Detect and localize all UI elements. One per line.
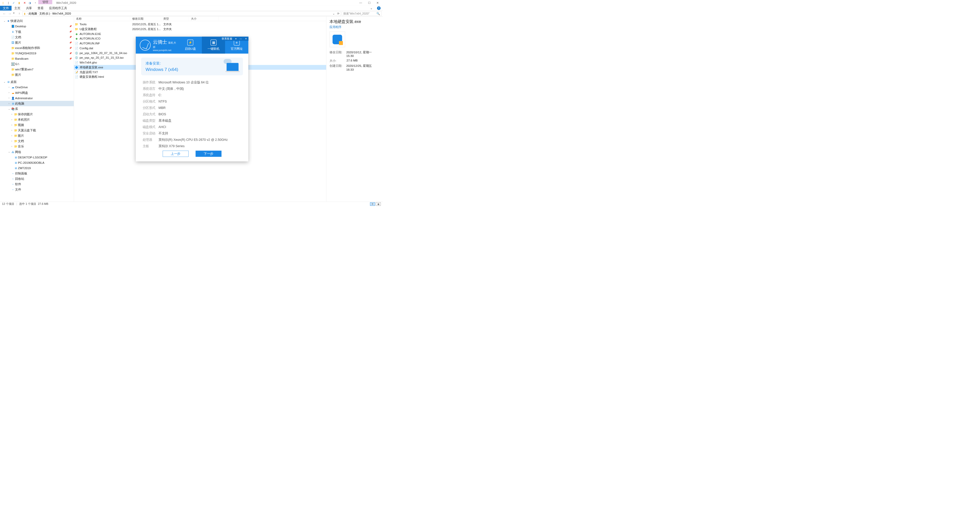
sidebar-item[interactable]: 📁 Bandicam 📌 <box>0 56 74 62</box>
ribbon-tab-file[interactable]: 文件 <box>0 6 11 11</box>
search-input[interactable]: 搜索"Win7x64_2020" 🔍 <box>342 11 382 16</box>
next-button[interactable]: 下一步 <box>196 151 221 157</box>
sidebar-item[interactable]: 📁 win7重装win7 <box>0 67 74 72</box>
ribbon-expand-icon[interactable]: ⌄ <box>368 6 375 11</box>
breadcrumb-segment[interactable]: Win7x64_2020 <box>52 12 71 15</box>
tree-icon: 👤 <box>11 97 15 100</box>
delete-icon[interactable]: ✕ <box>23 1 26 5</box>
col-name[interactable]: 名称 <box>74 17 130 21</box>
chevron-right-icon[interactable]: › <box>7 97 11 100</box>
sidebar-item[interactable]: › 📁 图片 <box>0 133 74 138</box>
chevron-down-icon[interactable]: ⌄ <box>7 108 11 110</box>
chevron-down-icon[interactable]: ⌄ <box>3 20 6 22</box>
sidebar-item[interactable]: › 📁 本机照片 <box>0 117 74 122</box>
col-type[interactable]: 类型 <box>161 17 189 21</box>
chevron-right-icon[interactable]: › <box>10 145 14 148</box>
sidebar-item[interactable]: ⌄ 📚 库 <box>0 106 74 111</box>
help-button[interactable]: ? <box>375 6 383 11</box>
context-tab[interactable]: 管理 <box>38 0 52 4</box>
new-folder-icon[interactable]: ▮ <box>18 1 21 5</box>
sidebar-item[interactable]: 📄 文档 📌 <box>0 35 74 40</box>
prev-button[interactable]: 上一步 <box>162 151 189 157</box>
col-date[interactable]: 修改日期 <box>130 17 161 21</box>
close-button[interactable]: ✕ <box>376 1 379 5</box>
icons-view-button[interactable]: ▦ <box>376 202 381 206</box>
tree-label: 保存的图片 <box>18 112 33 116</box>
tree-label: Desktop <box>15 25 26 28</box>
chevron-down-icon[interactable]: ⌄ <box>3 81 6 83</box>
chevron-right-icon[interactable]: › <box>7 86 11 89</box>
maximize-button[interactable]: ☐ <box>368 1 371 5</box>
sidebar-item[interactable]: 📁 YUNQISHI2019 📌 <box>0 51 74 56</box>
sidebar-item[interactable]: ⌄ 🖧 网络 <box>0 149 74 155</box>
prepare-box: 准备安装: Windows 7 (x64) <box>141 58 243 76</box>
sidebar-item[interactable]: › 🖥 此电脑 <box>0 101 74 106</box>
sidebar-item[interactable]: 🖥 DESKTOP-LSSOEDP <box>0 155 74 160</box>
properties-icon[interactable]: ◑ <box>28 1 32 5</box>
breadcrumb-dropdown-icon[interactable]: ⌄ <box>331 12 336 15</box>
col-size[interactable]: 大小 <box>189 17 219 21</box>
pin-icon: 📌 <box>69 47 72 49</box>
sidebar-item[interactable]: › ☁ WPS网盘 <box>0 90 74 95</box>
chevron-right-icon[interactable]: › <box>7 92 11 94</box>
sidebar-item[interactable]: 🖥 PC-20190530OBLA <box>0 160 74 165</box>
sidebar-item[interactable]: › ☁ OneDrive <box>0 85 74 90</box>
file-row[interactable]: ◆ AUTORUN.EXE <box>74 32 326 36</box>
sidebar-item[interactable]: ▫ 控制面板 <box>0 171 74 176</box>
file-row[interactable]: 📁 U盘安装教程 2020/12/25, 星期五 1... 文件夹 <box>74 27 326 32</box>
installer-tab[interactable]: ⚡ 启动U盘 <box>179 37 202 54</box>
sidebar-item[interactable]: › 📁 天翼云盘下载 <box>0 128 74 133</box>
sidebar-item[interactable]: ⬇ 下载 📌 <box>0 29 74 35</box>
installer-window: 联系客服 ≡ — ✕ 云骑士 装机大师 www.yunqishi.net ⚡ 启… <box>136 37 248 162</box>
history-dropdown-icon[interactable]: ▾ <box>13 12 14 16</box>
sidebar-item[interactable]: › 📁 音乐 <box>0 144 74 149</box>
breadcrumb-segment[interactable]: 此电脑 <box>29 12 37 16</box>
breadcrumb[interactable]: ▮ › 此电脑 › 文档 (E:) › Win7x64_2020 ⌄ ⟳ <box>22 11 341 16</box>
sidebar-item[interactable]: ⌄ ★ 快速访问 <box>0 18 74 24</box>
up-button[interactable]: ↑ <box>17 12 22 15</box>
file-row[interactable]: 📁 Tools 2020/12/25, 星期五 1... 文件夹 <box>74 22 326 27</box>
chevron-right-icon[interactable]: › <box>10 140 14 142</box>
chevron-right-icon[interactable]: › <box>10 135 14 137</box>
sidebar-item[interactable]: ▫ 软件 <box>0 182 74 187</box>
chevron-right-icon[interactable]: › <box>7 102 11 105</box>
installer-buttons: 上一步 下一步 <box>141 151 243 157</box>
sidebar-item[interactable]: 🖥 ZMT2019 <box>0 165 74 171</box>
menu-icon[interactable]: ≡ <box>235 37 236 40</box>
sidebar-item[interactable]: › 📁 保存的图片 <box>0 111 74 117</box>
sidebar-item[interactable]: ▫ 文件 <box>0 187 74 192</box>
close-icon[interactable]: ✕ <box>245 37 247 40</box>
chevron-down-icon[interactable]: ⌄ <box>7 151 11 153</box>
qat-dropdown-icon[interactable]: ▾ <box>33 1 37 5</box>
chevron-right-icon[interactable]: › <box>10 113 14 116</box>
sidebar-item[interactable]: 💽 G:\ <box>0 62 74 67</box>
breadcrumb-segment[interactable]: 文档 (E:) <box>39 12 50 16</box>
sidebar-item[interactable]: 🖼 图片 📌 <box>0 40 74 45</box>
check-icon[interactable]: ✓ <box>12 1 16 5</box>
sidebar-item[interactable]: › 📁 文档 <box>0 138 74 144</box>
sidebar-item[interactable]: 📘 Desktop 📌 <box>0 24 74 29</box>
minimize-button[interactable]: — <box>360 1 362 5</box>
ribbon-tab-home[interactable]: 主页 <box>11 6 23 11</box>
sidebar-item[interactable]: ⌄ 🖥 桌面 <box>0 79 74 85</box>
chevron-right-icon[interactable]: › <box>10 129 14 132</box>
sidebar-item[interactable]: › 👤 Administrator <box>0 95 74 101</box>
info-row: 主板 英特尔 X79 Series <box>143 143 243 149</box>
ribbon-tab-share[interactable]: 共享 <box>23 6 35 11</box>
tree-label: 软件 <box>15 182 21 186</box>
contact-support[interactable]: 联系客服 <box>222 37 232 41</box>
refresh-icon[interactable]: ⟳ <box>336 12 339 15</box>
minimize-icon[interactable]: — <box>240 37 242 40</box>
chevron-right-icon[interactable]: › <box>10 124 14 126</box>
tree-label: 视频 <box>18 123 24 127</box>
sidebar-item[interactable]: 📁 excel表格制作求和 📌 <box>0 45 74 51</box>
back-button[interactable]: ← <box>3 12 6 16</box>
sidebar-item[interactable]: › 📁 视频 <box>0 122 74 128</box>
chevron-right-icon[interactable]: › <box>10 118 14 121</box>
details-view-button[interactable]: ☰ <box>370 202 375 206</box>
sidebar-item[interactable]: ▫ 回收站 <box>0 176 74 182</box>
ribbon-tab-view[interactable]: 查看 <box>35 6 46 11</box>
sidebar-item[interactable]: 📁 图片 <box>0 72 74 78</box>
forward-button[interactable]: → <box>8 12 11 16</box>
ribbon-tab-apptools[interactable]: 应用程序工具 <box>46 6 70 11</box>
